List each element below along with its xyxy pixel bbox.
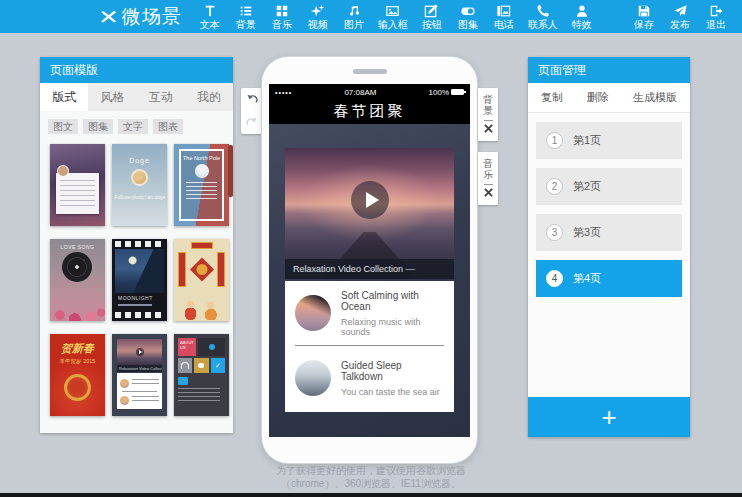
exit-button[interactable]: 退出 xyxy=(698,0,734,33)
page-actions: 复制 删除 生成模版 xyxy=(528,83,690,113)
template-thumbnail-doge[interactable]: Doge Followerybody I am doge xyxy=(112,144,167,226)
play-button[interactable] xyxy=(351,181,389,219)
tool-video[interactable]: 视频 xyxy=(300,0,336,33)
add-page-button[interactable]: + xyxy=(528,397,690,437)
app-logo: ✕ 微场景 xyxy=(100,4,182,30)
track-item[interactable]: Soft Calming with Ocean Relaxing music w… xyxy=(285,281,454,345)
toolbar-right-actions: 保存 发布 退出 xyxy=(626,0,734,33)
tool-input[interactable]: 输入框 xyxy=(372,0,414,33)
history-controls xyxy=(241,88,262,134)
tab-style[interactable]: 风格 xyxy=(88,83,136,111)
undo-button[interactable] xyxy=(244,92,259,107)
close-icon[interactable] xyxy=(484,124,493,133)
tool-effects[interactable]: 特效 xyxy=(564,0,600,33)
save-icon xyxy=(637,3,651,18)
track-thumbnail xyxy=(295,295,331,331)
template-thumbnail-profile-card[interactable] xyxy=(50,144,105,226)
layer-tab-music[interactable]: 音乐 xyxy=(478,152,498,205)
page-item-2[interactable]: 2 第2页 xyxy=(536,168,682,205)
moon-scene xyxy=(115,249,164,293)
copy-page-button[interactable]: 复制 xyxy=(541,90,563,105)
page-number-badge: 1 xyxy=(546,132,563,149)
layer-tab-background[interactable]: 背景 xyxy=(478,88,498,141)
page-label: 第1页 xyxy=(573,133,601,148)
paper-plane-icon xyxy=(673,3,688,18)
filter-gallery[interactable]: 图集 xyxy=(83,119,113,134)
tab-mine[interactable]: 我的 xyxy=(185,83,233,111)
publish-button[interactable]: 发布 xyxy=(662,0,698,33)
grid-icon xyxy=(275,3,289,18)
page-label: 第4页 xyxy=(573,271,601,286)
picture-frame-icon xyxy=(496,3,511,18)
close-icon[interactable] xyxy=(484,188,493,197)
flowers xyxy=(50,297,105,321)
template-panel-title: 页面模版 xyxy=(40,57,233,83)
template-tabs: 版式 风格 互动 我的 xyxy=(40,83,233,111)
phone-preview: ••••• 07:08AM 100% 春节团聚 Relaxation Video… xyxy=(262,57,477,463)
page-item-4[interactable]: 4 第4页 xyxy=(536,260,682,297)
signal-dots: ••••• xyxy=(275,89,292,96)
template-thumbnail-about-us[interactable]: ABOUT US ✓ xyxy=(174,334,229,416)
track-thumbnail xyxy=(295,360,331,396)
mini-video xyxy=(117,339,162,365)
toggle-icon xyxy=(460,3,476,18)
template-thumbnail-north-pole[interactable]: The North Pole xyxy=(174,144,229,226)
filter-text[interactable]: 文字 xyxy=(118,119,148,134)
page-content: Relaxation Video Collection — Soft Calmi… xyxy=(269,124,470,437)
footer-line-1: 为了获得更好的使用，建议使用谷歌浏览器 xyxy=(0,464,742,477)
page-number-badge: 4 xyxy=(546,270,563,287)
children-figures xyxy=(174,298,229,320)
tool-music[interactable]: 音乐 xyxy=(264,0,300,33)
mini-track-list xyxy=(117,373,162,409)
video-player[interactable]: Relaxation Video Collection — xyxy=(285,148,454,279)
tool-image[interactable]: 图片 xyxy=(336,0,372,33)
battery-icon xyxy=(451,89,464,95)
filter-image-text[interactable]: 图文 xyxy=(48,119,78,134)
template-thumbnail-new-year-gold[interactable] xyxy=(174,239,229,321)
scroll-banner xyxy=(217,252,225,287)
page-item-1[interactable]: 1 第1页 xyxy=(536,122,682,159)
tool-background[interactable]: 背景 xyxy=(228,0,264,33)
template-thumbnail-moonlight[interactable]: MOONLIGHT xyxy=(112,239,167,321)
battery-indicator: 100% xyxy=(429,88,464,97)
tool-contacts[interactable]: 联系人 xyxy=(522,0,564,33)
delete-page-button[interactable]: 删除 xyxy=(587,90,609,105)
phone-tile xyxy=(198,338,225,356)
page-manager-panel: 页面管理 复制 删除 生成模版 1 第1页 2 第2页 3 第3页 4 第4页 … xyxy=(528,57,690,437)
redo-button[interactable] xyxy=(244,115,259,130)
filter-chart[interactable]: 图表 xyxy=(153,119,183,134)
template-filters: 图文 图集 文字 图表 xyxy=(40,111,233,136)
tool-button[interactable]: 按钮 xyxy=(414,0,450,33)
save-button[interactable]: 保存 xyxy=(626,0,662,33)
tab-layout[interactable]: 版式 xyxy=(40,83,88,111)
sparkles-icon xyxy=(310,3,325,18)
track-item[interactable]: Guided Sleep Talkdown You can taste the … xyxy=(285,346,454,410)
page-title: 春节团聚 xyxy=(269,100,470,124)
play-icon xyxy=(136,348,144,356)
template-thumbnail-love-song[interactable]: LOVE SONG xyxy=(50,239,105,321)
generate-template-button[interactable]: 生成模版 xyxy=(633,90,677,105)
divider xyxy=(484,120,493,121)
tool-phone[interactable]: 电话 xyxy=(486,0,522,33)
panel-scrollbar-thumb[interactable] xyxy=(228,145,233,197)
film-strip xyxy=(115,241,164,247)
page-number-badge: 2 xyxy=(546,178,563,195)
text-card xyxy=(56,173,99,214)
page-item-3[interactable]: 3 第3页 xyxy=(536,214,682,251)
divider xyxy=(484,184,493,185)
tab-interact[interactable]: 互动 xyxy=(137,83,185,111)
battery-percent: 100% xyxy=(429,88,449,97)
browser-recommendation: 为了获得更好的使用，建议使用谷歌浏览器 （chrome）、360浏览器、IE11… xyxy=(0,464,742,490)
logout-icon xyxy=(709,3,723,18)
headphones-tile xyxy=(178,358,192,373)
template-thumbnail-video-collection[interactable]: Relaxation Video Collection xyxy=(112,334,167,416)
pencil-icon xyxy=(424,3,439,18)
track-list: Soft Calming with Ocean Relaxing music w… xyxy=(285,281,454,412)
person-icon xyxy=(575,3,589,18)
tool-gallery[interactable]: 图集 xyxy=(450,0,486,33)
page-manager-title: 页面管理 xyxy=(528,57,690,83)
image-icon xyxy=(385,3,400,18)
template-thumbnail-he-xin-chun[interactable]: 贺新春 羊年贺岁 2015 xyxy=(50,334,105,416)
tool-text[interactable]: 文本 xyxy=(192,0,228,33)
check-tile: ✓ xyxy=(211,358,225,373)
